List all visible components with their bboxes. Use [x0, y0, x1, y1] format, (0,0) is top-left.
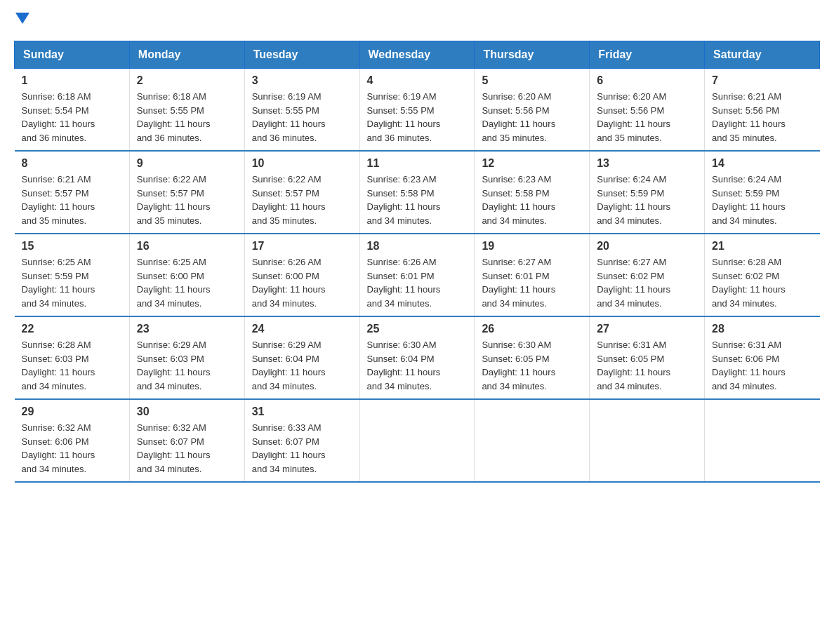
day-info: Sunrise: 6:32 AMSunset: 6:07 PMDaylight:…	[137, 421, 237, 476]
header-day-thursday: Thursday	[475, 41, 590, 69]
day-number: 31	[252, 405, 352, 418]
calendar-cell: 19 Sunrise: 6:27 AMSunset: 6:01 PMDaylig…	[475, 234, 590, 316]
day-info: Sunrise: 6:29 AMSunset: 6:04 PMDaylight:…	[252, 338, 352, 393]
day-info: Sunrise: 6:27 AMSunset: 6:01 PMDaylight:…	[482, 255, 582, 310]
day-number: 20	[597, 240, 697, 253]
calendar-cell: 6 Sunrise: 6:20 AMSunset: 5:56 PMDayligh…	[590, 69, 705, 152]
day-info: Sunrise: 6:33 AMSunset: 6:07 PMDaylight:…	[252, 421, 352, 476]
calendar-cell: 11 Sunrise: 6:23 AMSunset: 5:58 PMDaylig…	[359, 151, 475, 234]
calendar-cell	[359, 399, 475, 482]
calendar-cell: 22 Sunrise: 6:28 AMSunset: 6:03 PMDaylig…	[15, 316, 130, 399]
day-number: 28	[712, 323, 812, 335]
day-number: 26	[482, 323, 582, 335]
calendar-cell: 10 Sunrise: 6:22 AMSunset: 5:57 PMDaylig…	[244, 151, 359, 234]
calendar-cell	[590, 399, 705, 482]
day-number: 30	[137, 405, 237, 418]
day-number: 27	[597, 323, 697, 335]
calendar-week-row: 1 Sunrise: 6:18 AMSunset: 5:54 PMDayligh…	[15, 69, 820, 152]
day-info: Sunrise: 6:21 AMSunset: 5:57 PMDaylight:…	[22, 173, 122, 227]
day-number: 25	[367, 323, 468, 335]
day-number: 19	[482, 240, 582, 253]
calendar-cell: 25 Sunrise: 6:30 AMSunset: 6:04 PMDaylig…	[359, 316, 475, 399]
day-info: Sunrise: 6:25 AMSunset: 5:59 PMDaylight:…	[22, 255, 122, 310]
day-info: Sunrise: 6:22 AMSunset: 5:57 PMDaylight:…	[252, 173, 352, 227]
day-info: Sunrise: 6:26 AMSunset: 6:00 PMDaylight:…	[252, 255, 352, 310]
day-number: 18	[367, 240, 468, 253]
calendar-week-row: 29 Sunrise: 6:32 AMSunset: 6:06 PMDaylig…	[15, 399, 820, 482]
day-info: Sunrise: 6:18 AMSunset: 5:55 PMDaylight:…	[137, 90, 237, 145]
calendar-table: SundayMondayTuesdayWednesdayThursdayFrid…	[14, 41, 820, 483]
day-number: 10	[252, 157, 352, 170]
calendar-cell: 28 Sunrise: 6:31 AMSunset: 6:06 PMDaylig…	[705, 316, 820, 399]
calendar-week-row: 8 Sunrise: 6:21 AMSunset: 5:57 PMDayligh…	[15, 151, 820, 234]
day-number: 7	[712, 74, 812, 87]
calendar-cell: 12 Sunrise: 6:23 AMSunset: 5:58 PMDaylig…	[475, 151, 590, 234]
calendar-cell: 14 Sunrise: 6:24 AMSunset: 5:59 PMDaylig…	[705, 151, 820, 234]
calendar-cell: 26 Sunrise: 6:30 AMSunset: 6:05 PMDaylig…	[475, 316, 590, 399]
calendar-cell: 13 Sunrise: 6:24 AMSunset: 5:59 PMDaylig…	[590, 151, 705, 234]
calendar-cell: 7 Sunrise: 6:21 AMSunset: 5:56 PMDayligh…	[705, 69, 820, 152]
day-number: 21	[712, 240, 812, 253]
day-info: Sunrise: 6:19 AMSunset: 5:55 PMDaylight:…	[252, 90, 352, 145]
calendar-cell	[475, 399, 590, 482]
calendar-cell: 16 Sunrise: 6:25 AMSunset: 6:00 PMDaylig…	[129, 234, 244, 316]
header-day-saturday: Saturday	[705, 41, 820, 69]
day-number: 13	[597, 157, 697, 170]
day-number: 12	[482, 157, 582, 170]
header-day-friday: Friday	[590, 41, 705, 69]
day-info: Sunrise: 6:22 AMSunset: 5:57 PMDaylight:…	[137, 173, 237, 227]
calendar-week-row: 15 Sunrise: 6:25 AMSunset: 5:59 PMDaylig…	[15, 234, 820, 316]
header-day-tuesday: Tuesday	[244, 41, 359, 69]
day-number: 14	[712, 157, 812, 170]
calendar-week-row: 22 Sunrise: 6:28 AMSunset: 6:03 PMDaylig…	[15, 316, 820, 399]
calendar-cell: 29 Sunrise: 6:32 AMSunset: 6:06 PMDaylig…	[15, 399, 130, 482]
day-info: Sunrise: 6:24 AMSunset: 5:59 PMDaylight:…	[597, 173, 697, 227]
calendar-cell: 5 Sunrise: 6:20 AMSunset: 5:56 PMDayligh…	[475, 69, 590, 152]
calendar-cell: 9 Sunrise: 6:22 AMSunset: 5:57 PMDayligh…	[129, 151, 244, 234]
calendar-cell: 3 Sunrise: 6:19 AMSunset: 5:55 PMDayligh…	[244, 69, 359, 152]
day-number: 16	[137, 240, 237, 253]
day-info: Sunrise: 6:19 AMSunset: 5:55 PMDaylight:…	[367, 90, 468, 145]
day-number: 29	[22, 405, 122, 418]
day-info: Sunrise: 6:21 AMSunset: 5:56 PMDaylight:…	[712, 90, 812, 145]
calendar-cell: 8 Sunrise: 6:21 AMSunset: 5:57 PMDayligh…	[15, 151, 130, 234]
day-info: Sunrise: 6:31 AMSunset: 6:05 PMDaylight:…	[597, 338, 697, 393]
day-number: 22	[22, 323, 122, 335]
day-number: 15	[22, 240, 122, 253]
day-info: Sunrise: 6:30 AMSunset: 6:04 PMDaylight:…	[367, 338, 468, 393]
calendar-body: 1 Sunrise: 6:18 AMSunset: 5:54 PMDayligh…	[15, 69, 820, 483]
day-number: 2	[137, 74, 237, 87]
header-row: SundayMondayTuesdayWednesdayThursdayFrid…	[15, 41, 820, 69]
calendar-cell: 4 Sunrise: 6:19 AMSunset: 5:55 PMDayligh…	[359, 69, 475, 152]
day-info: Sunrise: 6:23 AMSunset: 5:58 PMDaylight:…	[482, 173, 582, 227]
calendar-cell	[705, 399, 820, 482]
day-info: Sunrise: 6:30 AMSunset: 6:05 PMDaylight:…	[482, 338, 582, 393]
day-number: 5	[482, 74, 582, 87]
day-number: 3	[252, 74, 352, 87]
day-info: Sunrise: 6:23 AMSunset: 5:58 PMDaylight:…	[367, 173, 468, 227]
day-info: Sunrise: 6:25 AMSunset: 6:00 PMDaylight:…	[137, 255, 237, 310]
page-header	[14, 14, 820, 27]
header-day-monday: Monday	[129, 41, 244, 69]
calendar-cell: 1 Sunrise: 6:18 AMSunset: 5:54 PMDayligh…	[15, 69, 130, 152]
calendar-cell: 24 Sunrise: 6:29 AMSunset: 6:04 PMDaylig…	[244, 316, 359, 399]
calendar-cell: 27 Sunrise: 6:31 AMSunset: 6:05 PMDaylig…	[590, 316, 705, 399]
calendar-cell: 30 Sunrise: 6:32 AMSunset: 6:07 PMDaylig…	[129, 399, 244, 482]
day-info: Sunrise: 6:18 AMSunset: 5:54 PMDaylight:…	[22, 90, 122, 145]
day-number: 1	[22, 74, 122, 87]
calendar-cell: 21 Sunrise: 6:28 AMSunset: 6:02 PMDaylig…	[705, 234, 820, 316]
day-number: 17	[252, 240, 352, 253]
logo	[14, 14, 29, 27]
calendar-cell: 2 Sunrise: 6:18 AMSunset: 5:55 PMDayligh…	[129, 69, 244, 152]
day-info: Sunrise: 6:28 AMSunset: 6:03 PMDaylight:…	[22, 338, 122, 393]
calendar-cell: 18 Sunrise: 6:26 AMSunset: 6:01 PMDaylig…	[359, 234, 475, 316]
day-info: Sunrise: 6:31 AMSunset: 6:06 PMDaylight:…	[712, 338, 812, 393]
day-info: Sunrise: 6:26 AMSunset: 6:01 PMDaylight:…	[367, 255, 468, 310]
calendar-cell: 17 Sunrise: 6:26 AMSunset: 6:00 PMDaylig…	[244, 234, 359, 316]
day-info: Sunrise: 6:32 AMSunset: 6:06 PMDaylight:…	[22, 421, 122, 476]
calendar-cell: 23 Sunrise: 6:29 AMSunset: 6:03 PMDaylig…	[129, 316, 244, 399]
day-number: 8	[22, 157, 122, 170]
calendar-cell: 15 Sunrise: 6:25 AMSunset: 5:59 PMDaylig…	[15, 234, 130, 316]
header-day-wednesday: Wednesday	[359, 41, 475, 69]
calendar-header: SundayMondayTuesdayWednesdayThursdayFrid…	[15, 41, 820, 69]
